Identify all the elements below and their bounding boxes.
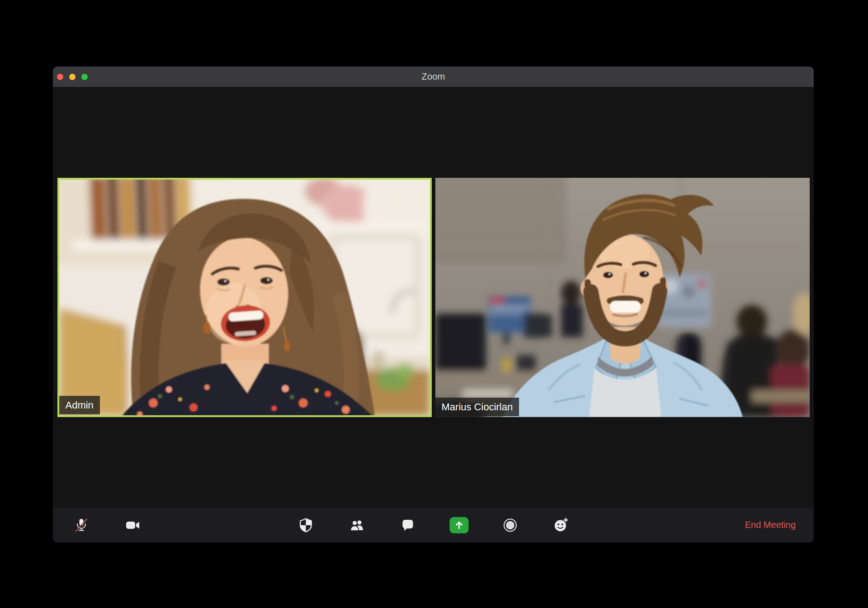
participants-button[interactable] <box>346 512 368 539</box>
video-button[interactable] <box>122 512 144 539</box>
security-shield-icon <box>298 518 313 533</box>
marius-video-feed <box>435 178 810 417</box>
desktop-background: Zoom <box>0 0 868 608</box>
window-title: Zoom <box>53 66 814 87</box>
window-titlebar[interactable]: Zoom <box>53 66 814 87</box>
zoom-window-button[interactable] <box>81 74 88 80</box>
video-tile-admin[interactable]: Admin <box>57 178 432 417</box>
record-icon <box>503 518 517 532</box>
security-button[interactable] <box>295 512 316 539</box>
mute-button[interactable] <box>71 512 92 539</box>
end-meeting-button[interactable]: End Meeting <box>745 520 796 530</box>
video-tile-marius[interactable]: Marius Ciocirlan <box>435 178 810 417</box>
minimize-window-button[interactable] <box>69 74 75 80</box>
chat-button[interactable] <box>397 512 419 539</box>
share-screen-pill <box>449 517 468 533</box>
toolbar-center-group <box>295 508 572 542</box>
participant-name-badge: Admin <box>59 396 100 414</box>
reactions-button[interactable] <box>550 512 572 539</box>
video-camera-icon <box>126 518 140 532</box>
close-window-button[interactable] <box>57 74 63 80</box>
window-controls <box>57 74 88 80</box>
admin-video-feed <box>59 180 430 415</box>
record-button[interactable] <box>499 512 521 539</box>
video-gallery: Admin <box>53 87 814 508</box>
toolbar-left-group <box>71 508 144 542</box>
meeting-toolbar: End Meeting <box>53 508 814 542</box>
chat-bubble-icon <box>401 518 415 532</box>
toolbar-right-group: End Meeting <box>745 508 796 542</box>
share-screen-icon <box>454 520 464 530</box>
participants-icon <box>349 518 364 532</box>
zoom-window: Zoom <box>53 66 814 542</box>
share-screen-button[interactable] <box>448 512 470 539</box>
reactions-icon <box>553 518 569 533</box>
microphone-muted-icon <box>74 518 89 533</box>
participant-name-badge: Marius Ciocirlan <box>435 398 519 416</box>
